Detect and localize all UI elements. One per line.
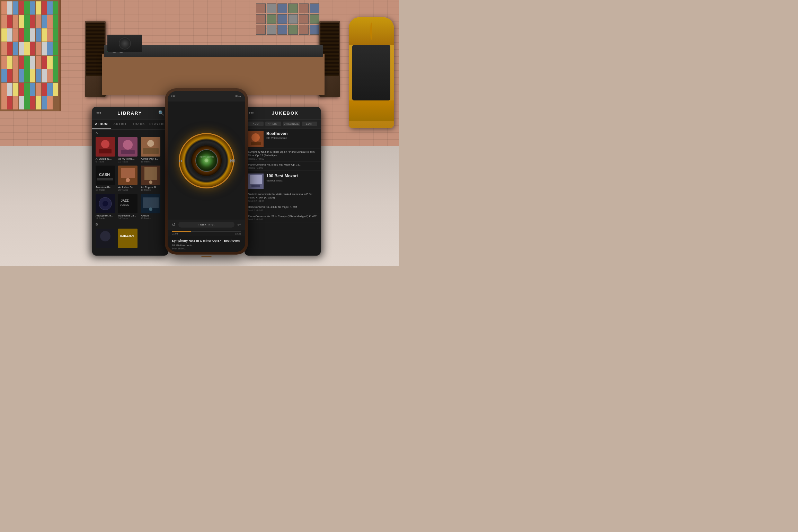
album-thumbnail bbox=[118, 137, 138, 157]
progress-bar[interactable] bbox=[172, 231, 241, 232]
jukebox-toolbar: ADD +P LIST ORGANIZE EDIT bbox=[245, 119, 321, 128]
player-dots-icon[interactable]: ••• bbox=[171, 94, 176, 99]
shelf-cell bbox=[42, 69, 47, 82]
svg-point-1 bbox=[101, 140, 109, 148]
album-item[interactable]: A. Vivaldi (1... 6 Tracks bbox=[96, 137, 116, 163]
track-meta: Track 1 · 02:45 bbox=[248, 218, 317, 221]
organize-button[interactable]: ORGANIZE bbox=[283, 122, 300, 126]
shelf-cell bbox=[47, 69, 53, 82]
next-button[interactable]: ⏭ bbox=[230, 158, 236, 164]
album-name: Audiophile Ja... bbox=[96, 214, 116, 217]
album-thumbnail bbox=[141, 137, 160, 157]
album-grid-row1: A. Vivaldi (1... 6 Tracks All my Tomo...… bbox=[92, 136, 165, 164]
shuffle-button[interactable]: ⇌ bbox=[237, 222, 241, 227]
shelf-cell bbox=[24, 96, 30, 109]
album-grid-row3: Audiophile Ja... 13 Tracks JAZZVOICES Au… bbox=[92, 193, 165, 221]
album-name: Art Pepper M... bbox=[141, 186, 161, 189]
jukebox-track-row[interactable]: Symphony No.5 In C Minor Op.67 / Piano S… bbox=[245, 149, 321, 162]
section-label-a: A bbox=[92, 130, 165, 136]
shelf-cell bbox=[7, 15, 13, 28]
shelf-cell bbox=[13, 83, 18, 96]
jukebox-track-row[interactable]: Horn Concerto No. 4 in E flat major, K. … bbox=[245, 204, 321, 213]
jukebox-header: ••• JUKEBOX bbox=[245, 107, 321, 119]
jukebox-top bbox=[349, 17, 394, 45]
mozart-artist: Various Artist bbox=[266, 179, 298, 182]
shelf-cell bbox=[19, 15, 24, 28]
queue-icon[interactable]: ≡→ bbox=[235, 94, 242, 99]
shelf-cell bbox=[13, 1, 18, 15]
shelf-cell bbox=[1, 28, 7, 42]
album-item[interactable]: An Italian So... 20 Tracks bbox=[118, 166, 139, 191]
jukebox-dots-icon[interactable]: ••• bbox=[249, 110, 254, 116]
album-thumbnail: JAZZVOICES bbox=[118, 194, 138, 213]
svg-point-35 bbox=[251, 133, 260, 142]
jukebox-track-row[interactable]: Piano Concerto No. 21 in C major ("Elvir… bbox=[245, 213, 321, 223]
shelf-cell bbox=[47, 56, 53, 69]
shelf-cell bbox=[19, 56, 24, 69]
wall-album-item bbox=[277, 3, 287, 13]
shelf-cell bbox=[13, 42, 18, 55]
shelf-cell bbox=[36, 83, 41, 96]
search-icon[interactable]: 🔍 bbox=[158, 110, 164, 116]
track-title: Sinfonia concertante for violin, viola &… bbox=[248, 193, 317, 200]
shelf-cell bbox=[53, 15, 59, 28]
album-tracks: 16 Tracks bbox=[141, 160, 161, 163]
jukebox-album-mozart: 100 Best Mozart Various Artist bbox=[245, 171, 321, 191]
jukebox-track-row[interactable]: Piano Concerto No. 5 In E Flat Major Op.… bbox=[245, 162, 321, 171]
repeat-button[interactable]: ↺ bbox=[172, 222, 176, 227]
wall-album-item bbox=[256, 3, 266, 13]
shelf-cell bbox=[53, 69, 59, 82]
jukebox-title: JUKEBOX bbox=[254, 110, 317, 116]
jukebox-track-row[interactable]: Sinfonia concertante for violin, viola &… bbox=[245, 191, 321, 204]
shelf-cell bbox=[47, 1, 53, 15]
wall-album-item bbox=[288, 25, 298, 35]
edit-button[interactable]: EDIT bbox=[302, 122, 317, 126]
track-info-section: Symphony No.5 In C Minor Op.67 - Beethov… bbox=[168, 236, 245, 252]
shelf-cell bbox=[13, 69, 18, 82]
tab-artist[interactable]: ARTIST bbox=[111, 119, 130, 129]
track-title: Symphony No.5 In C Minor Op.67 - Beethov… bbox=[172, 239, 241, 243]
vinyl-area: ⏮ bbox=[168, 101, 245, 220]
total-time: 03:29 bbox=[235, 232, 241, 235]
playlist-button[interactable]: +P LIST bbox=[265, 122, 281, 126]
album-thumbnail bbox=[96, 229, 115, 248]
album-item[interactable]: JAZZVOICES Audiophile Ja... 14 Tracks bbox=[118, 194, 139, 220]
album-tracks: 6 Tracks bbox=[96, 160, 116, 163]
tab-album[interactable]: ALBUM bbox=[92, 119, 111, 129]
album-item[interactable]: CASH American Re... 13 Tracks bbox=[96, 166, 116, 191]
shelf-cell bbox=[36, 1, 41, 15]
album-item[interactable]: Avalon 10 Tracks bbox=[141, 194, 161, 220]
album-item[interactable]: All the way: a... 16 Tracks bbox=[141, 137, 161, 163]
beethoven-album-name: Beethoven bbox=[266, 131, 287, 136]
library-content: A A. Vivaldi (1... 6 Tracks All my Tomo.… bbox=[92, 130, 168, 251]
prev-button[interactable]: ⏮ bbox=[177, 158, 183, 164]
add-button[interactable]: ADD bbox=[248, 122, 264, 126]
shelf-cell bbox=[53, 28, 59, 42]
current-time: 01:03 bbox=[172, 232, 178, 235]
wall-album-item bbox=[288, 3, 298, 13]
menu-dots-icon[interactable]: ••• bbox=[96, 110, 101, 116]
library-panel: ••• LIBRARY 🔍 ALBUM ARTIST TRACK PLAYLIS… bbox=[92, 107, 168, 256]
svg-text:CASH: CASH bbox=[99, 172, 110, 177]
album-item[interactable]: All my Tomo... 11 Tracks bbox=[118, 137, 139, 163]
album-item[interactable] bbox=[96, 229, 116, 248]
album-tracks: 10 Tracks bbox=[141, 189, 161, 191]
track-info-button[interactable]: Track Info. bbox=[178, 222, 234, 228]
album-thumbnail bbox=[141, 166, 160, 185]
album-item[interactable]: KARAJAN bbox=[118, 229, 139, 248]
shelf-cell bbox=[30, 83, 36, 96]
shelf-cell bbox=[1, 56, 7, 69]
svg-text:VOICES: VOICES bbox=[120, 204, 129, 206]
album-item[interactable]: Art Pepper M... 10 Tracks bbox=[141, 166, 161, 191]
ui-panels-container: ••• LIBRARY 🔍 ALBUM ARTIST TRACK PLAYLIS… bbox=[42, 88, 371, 259]
track-title: Piano Concerto No. 5 In E Flat Major Op.… bbox=[248, 163, 317, 167]
wall-album-item bbox=[299, 25, 309, 35]
album-name: Audiophile Ja... bbox=[118, 214, 139, 217]
player-controls: ↺ Track Info. ⇌ bbox=[168, 220, 245, 230]
tab-track[interactable]: TRACK bbox=[130, 119, 148, 129]
svg-rect-13 bbox=[121, 168, 135, 178]
shelf-cell bbox=[1, 42, 7, 55]
svg-rect-8 bbox=[143, 148, 159, 154]
album-item[interactable]: Audiophile Ja... 13 Tracks bbox=[96, 194, 116, 220]
shelf-cell bbox=[30, 69, 36, 82]
